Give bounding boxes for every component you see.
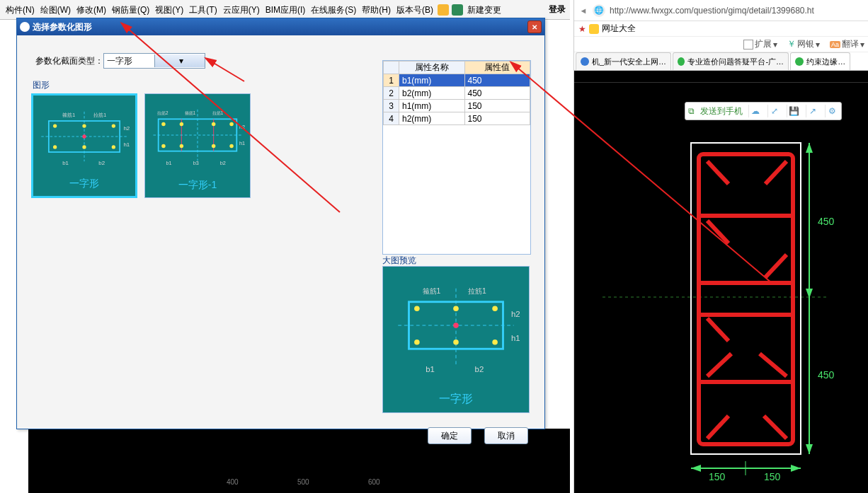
preview-caption: 一字形 <box>439 392 473 407</box>
svg-text:拉筋1: 拉筋1 <box>93 112 106 117</box>
menu-item[interactable]: 版本号(B) <box>394 0 436 20</box>
browser-tab[interactable]: 机_新一代安全上网… <box>576 52 671 70</box>
svg-text:箍筋1: 箍筋1 <box>185 110 196 115</box>
ruler-tick: 500 <box>297 478 309 486</box>
svg-line-65 <box>707 354 731 376</box>
url-input[interactable] <box>608 5 866 16</box>
svg-text:h1: h1 <box>511 334 520 342</box>
svg-point-5 <box>112 124 115 127</box>
send-phone-icon[interactable]: ⧉ <box>688 106 695 116</box>
menu-item[interactable]: 视图(Y) <box>152 0 186 20</box>
section-type-label: 参数化截面类型： <box>35 55 103 67</box>
svg-point-27 <box>212 144 215 148</box>
svg-point-7 <box>82 145 86 149</box>
table-row[interactable]: 4 h2(mm) 150 <box>384 112 530 125</box>
favorites-bar: ★ 网址大全 <box>574 21 868 37</box>
shapes-group-label: 图形 <box>33 79 50 91</box>
svg-line-66 <box>760 354 787 376</box>
favorites-label[interactable]: 网址大全 <box>602 23 636 35</box>
cancel-button[interactable]: 取消 <box>484 427 528 444</box>
new-change-icon[interactable] <box>452 4 463 16</box>
close-icon[interactable]: ✕ <box>527 21 542 33</box>
chevron-down-icon[interactable]: ▾ <box>154 54 205 67</box>
svg-marker-77 <box>791 465 801 472</box>
menu-item[interactable]: 在线服务(S) <box>308 0 359 20</box>
save-icon[interactable]: 💾 <box>787 105 800 117</box>
svg-text:拉筋1: 拉筋1 <box>468 287 486 295</box>
browser-tab-active[interactable]: 约束边缘… <box>790 52 850 70</box>
send-phone-label[interactable]: 发送到手机 <box>700 105 743 117</box>
table-row[interactable]: 1 b1(mm) 450 <box>384 74 530 87</box>
svg-line-64 <box>707 318 729 341</box>
menu-item[interactable]: 绘图(W) <box>38 0 74 20</box>
browser-panel: ◄ 🌐 ★ 网址大全 扩展▾ ￥网银▾ Aa翻译▾ 机_新一代安全上网… 专业造… <box>573 0 868 493</box>
svg-marker-73 <box>806 444 813 454</box>
globe-icon: 🌐 <box>593 4 605 17</box>
menu-item[interactable]: 构件(N) <box>3 0 38 20</box>
property-table[interactable]: 属性名称 属性值 1 b1(mm) 450 2 b2(mm) 450 3 h1(… <box>382 60 531 255</box>
dialog-title: 选择参数化图形 <box>33 21 527 33</box>
svg-point-41 <box>453 306 459 311</box>
svg-rect-55 <box>699 154 793 444</box>
share-icon[interactable]: ↗ <box>806 105 819 117</box>
gear-icon[interactable]: ⚙ <box>825 105 838 117</box>
svg-line-67 <box>707 416 729 439</box>
table-row[interactable]: 3 h1(mm) 150 <box>384 100 530 112</box>
login-link[interactable]: 登录 <box>549 4 566 16</box>
svg-text:h2: h2 <box>239 124 245 130</box>
svg-point-24 <box>229 122 233 126</box>
svg-point-45 <box>492 340 498 345</box>
svg-point-22 <box>180 122 183 126</box>
svg-text:b3: b3 <box>193 160 199 166</box>
ruler-tick: 600 <box>368 478 380 486</box>
floating-toolbar[interactable]: ⧉ 发送到手机 ☁ ⤢ 💾 ↗ ⚙ <box>685 102 842 120</box>
browser-tab[interactable]: 专业造价问题答疑平台-广… <box>673 52 789 70</box>
back-icon[interactable]: ◄ <box>577 4 590 17</box>
section-type-select[interactable]: 一字形 ▾ <box>103 53 205 69</box>
section-type-value: 一字形 <box>104 55 154 67</box>
shape-tile-yizixing-1[interactable]: 拉筋2 箍筋1 拉筋1 b1 b3 b2 h1 h2 一字形-1 <box>144 93 251 198</box>
table-row[interactable]: 2 b2(mm) 450 <box>384 87 530 100</box>
star-icon[interactable]: ★ <box>578 24 586 34</box>
dialog-titlebar[interactable]: 选择参数化图形 ✕ <box>17 18 544 35</box>
dim-label: 450 <box>818 216 834 227</box>
extensions-button[interactable]: 扩展▾ <box>743 38 777 50</box>
svg-point-3 <box>53 124 57 127</box>
menu-item[interactable]: 修改(M) <box>74 0 109 20</box>
bank-button[interactable]: ￥网银▾ <box>787 38 820 50</box>
svg-rect-54 <box>691 143 801 454</box>
favorites-icon[interactable] <box>589 24 599 34</box>
svg-point-25 <box>161 144 165 148</box>
tabs-bar: 机_新一代安全上网… 专业造价问题答疑平台-广… 约束边缘… <box>574 52 868 71</box>
tab-favicon <box>581 57 589 66</box>
svg-point-8 <box>112 145 115 149</box>
new-change-button[interactable]: 新建变更 <box>464 0 504 20</box>
tab-favicon <box>678 57 685 66</box>
dim-label: 150 <box>709 471 725 482</box>
tab-favicon <box>795 57 804 66</box>
menu-item[interactable]: 工具(T) <box>186 0 219 20</box>
hardhat-icon[interactable] <box>438 4 449 16</box>
svg-point-23 <box>212 122 215 126</box>
address-bar: ◄ 🌐 <box>574 0 868 21</box>
menu-item[interactable]: 帮助(H) <box>359 0 394 20</box>
cad-viewport[interactable]: ⧉ 发送到手机 ☁ ⤢ 💾 ↗ ⚙ <box>574 71 868 493</box>
svg-point-9 <box>82 134 86 138</box>
big-preview: 箍筋1 拉筋1 b1 b2 h1 h2 一字形 <box>382 266 530 413</box>
fullscreen-icon[interactable]: ⤢ <box>767 105 781 117</box>
menu-item[interactable]: BIM应用(I) <box>263 0 309 20</box>
svg-text:箍筋1: 箍筋1 <box>423 287 441 295</box>
svg-point-4 <box>82 124 86 127</box>
svg-point-26 <box>180 144 183 148</box>
cloud-icon[interactable]: ☁ <box>748 105 762 117</box>
translate-icon: Aa <box>830 41 840 48</box>
app-icon <box>20 22 30 32</box>
svg-point-28 <box>229 144 233 148</box>
menu-item[interactable]: 云应用(Y) <box>220 0 263 20</box>
svg-text:b2: b2 <box>98 160 105 166</box>
menu-item[interactable]: 钢筋量(Q) <box>109 0 152 20</box>
ok-button[interactable]: 确定 <box>428 427 472 444</box>
ruler-tick: 400 <box>227 478 239 486</box>
shape-tile-yizixing[interactable]: 箍筋1 拉筋1 b1 b2 h1 h2 一字形 <box>31 93 137 198</box>
translate-button[interactable]: Aa翻译▾ <box>830 38 864 50</box>
